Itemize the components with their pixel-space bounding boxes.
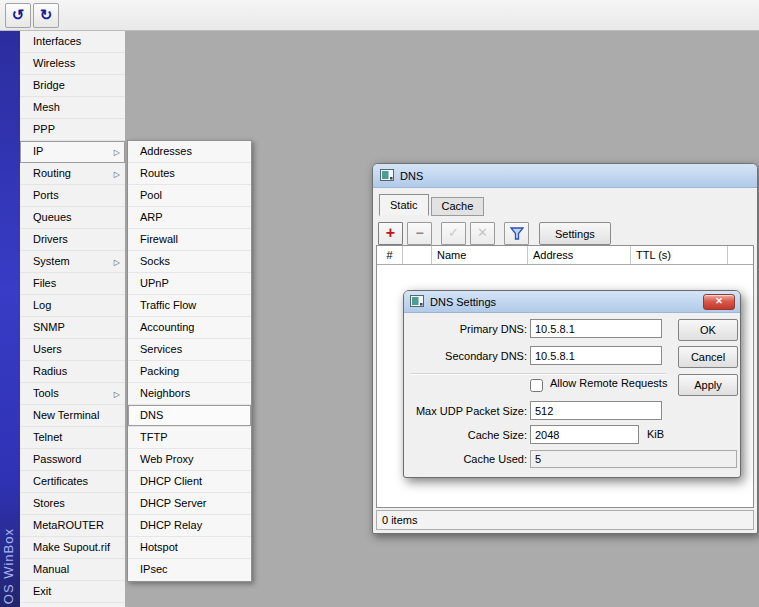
- tab-cache[interactable]: Cache: [431, 197, 485, 216]
- allow-remote-requests-label: Allow Remote Requests: [550, 374, 667, 393]
- add-button[interactable]: +: [378, 222, 403, 245]
- dns-window-titlebar[interactable]: DNS: [373, 164, 757, 188]
- winbox-app: ↺ ↻ OS WinBox Interfaces Wireless Bridge…: [0, 0, 759, 607]
- window-icon: [380, 169, 394, 181]
- top-toolbar: ↺ ↻: [0, 0, 759, 31]
- submenu-item-neighbors[interactable]: Neighbors: [128, 383, 251, 405]
- submenu-arrow-icon: ▷: [114, 252, 120, 273]
- redo-button[interactable]: ↻: [33, 3, 59, 28]
- cross-icon: ✕: [477, 225, 488, 240]
- max-udp-packet-size-input[interactable]: [530, 401, 662, 420]
- submenu-item-upnp[interactable]: UPnP: [128, 273, 251, 295]
- close-button[interactable]: ✕: [703, 294, 735, 310]
- submenu-item-addresses[interactable]: Addresses: [128, 141, 251, 163]
- cache-used-value: [530, 450, 737, 468]
- sidebar-item-bridge[interactable]: Bridge: [20, 75, 125, 97]
- sidebar-item-telnet[interactable]: Telnet: [20, 427, 125, 449]
- dns-table-header: # Name Address TTL (s): [377, 246, 753, 265]
- submenu-item-routes[interactable]: Routes: [128, 163, 251, 185]
- undo-button[interactable]: ↺: [5, 3, 31, 28]
- secondary-dns-input[interactable]: [530, 346, 662, 365]
- submenu-arrow-icon: ▷: [114, 384, 120, 405]
- primary-dns-input[interactable]: [530, 319, 662, 338]
- sidebar-item-users[interactable]: Users: [20, 339, 125, 361]
- primary-dns-label: Primary DNS:: [408, 320, 527, 339]
- sidebar-item-drivers[interactable]: Drivers: [20, 229, 125, 251]
- submenu-item-ipsec[interactable]: IPsec: [128, 559, 251, 581]
- submenu-item-dhcp-client[interactable]: DHCP Client: [128, 471, 251, 493]
- column-header-name[interactable]: Name: [432, 246, 528, 264]
- cancel-button[interactable]: Cancel: [678, 346, 738, 368]
- submenu-item-firewall[interactable]: Firewall: [128, 229, 251, 251]
- ok-button[interactable]: OK: [678, 319, 738, 341]
- sidebar-item-mesh[interactable]: Mesh: [20, 97, 125, 119]
- allow-remote-requests-checkbox[interactable]: [530, 379, 543, 392]
- sidebar-menu: Interfaces Wireless Bridge Mesh PPP IP▷ …: [20, 31, 126, 607]
- apply-button[interactable]: Apply: [678, 374, 738, 396]
- dns-tabs: Static Cache: [379, 194, 484, 216]
- undo-icon: ↺: [12, 6, 25, 23]
- plus-icon: +: [386, 224, 395, 241]
- sidebar-item-stores[interactable]: Stores: [20, 493, 125, 515]
- submenu-arrow-icon: ▷: [114, 142, 120, 163]
- sidebar-item-metarouter[interactable]: MetaROUTER: [20, 515, 125, 537]
- submenu-item-tftp[interactable]: TFTP: [128, 427, 251, 449]
- sidebar-item-new-terminal[interactable]: New Terminal: [20, 405, 125, 427]
- submenu-item-packing[interactable]: Packing: [128, 361, 251, 383]
- filter-button[interactable]: [504, 222, 529, 245]
- sidebar-item-log[interactable]: Log: [20, 295, 125, 317]
- dns-window-title: DNS: [400, 164, 423, 188]
- sidebar-item-snmp[interactable]: SNMP: [20, 317, 125, 339]
- submenu-item-dns[interactable]: DNS: [128, 405, 251, 427]
- column-header-flags[interactable]: [403, 246, 432, 264]
- checkmark-icon: ✓: [448, 225, 459, 240]
- submenu-item-web-proxy[interactable]: Web Proxy: [128, 449, 251, 471]
- submenu-item-hotspot[interactable]: Hotspot: [128, 537, 251, 559]
- column-header-address[interactable]: Address: [528, 246, 631, 264]
- submenu-item-traffic-flow[interactable]: Traffic Flow: [128, 295, 251, 317]
- dns-settings-titlebar[interactable]: DNS Settings ✕: [404, 291, 740, 313]
- ip-submenu: Addresses Routes Pool ARP Firewall Socks…: [127, 140, 252, 582]
- settings-button[interactable]: Settings: [539, 222, 611, 245]
- submenu-item-dhcp-server[interactable]: DHCP Server: [128, 493, 251, 515]
- enable-button[interactable]: ✓: [441, 222, 466, 245]
- remove-button[interactable]: −: [407, 222, 432, 245]
- sidebar-item-password[interactable]: Password: [20, 449, 125, 471]
- submenu-item-dhcp-relay[interactable]: DHCP Relay: [128, 515, 251, 537]
- sidebar-item-radius[interactable]: Radius: [20, 361, 125, 383]
- sidebar-item-ppp[interactable]: PPP: [20, 119, 125, 141]
- cache-size-label: Cache Size:: [408, 426, 527, 445]
- sidebar-item-files[interactable]: Files: [20, 273, 125, 295]
- tab-static[interactable]: Static: [379, 194, 429, 216]
- sidebar-item-tools[interactable]: Tools▷: [20, 383, 125, 405]
- submenu-item-accounting[interactable]: Accounting: [128, 317, 251, 339]
- sidebar-item-interfaces[interactable]: Interfaces: [20, 31, 125, 53]
- sidebar-item-ports[interactable]: Ports: [20, 185, 125, 207]
- status-bar: 0 items: [376, 510, 754, 530]
- cache-size-input[interactable]: [530, 425, 639, 444]
- redo-icon: ↻: [40, 6, 53, 23]
- cache-size-unit: KiB: [647, 425, 664, 444]
- sidebar-item-queues[interactable]: Queues: [20, 207, 125, 229]
- sidebar-item-certificates[interactable]: Certificates: [20, 471, 125, 493]
- column-header-ttl[interactable]: TTL (s): [631, 246, 728, 264]
- sidebar-item-make-supout[interactable]: Make Supout.rif: [20, 537, 125, 559]
- submenu-item-pool[interactable]: Pool: [128, 185, 251, 207]
- submenu-item-services[interactable]: Services: [128, 339, 251, 361]
- close-icon: ✕: [715, 296, 723, 306]
- dns-settings-dialog: DNS Settings ✕ Primary DNS: OK Secondary…: [403, 290, 741, 478]
- column-header-extra[interactable]: [728, 246, 753, 264]
- sidebar-item-exit[interactable]: Exit: [20, 581, 125, 603]
- sidebar-item-wireless[interactable]: Wireless: [20, 53, 125, 75]
- sidebar-item-manual[interactable]: Manual: [20, 559, 125, 581]
- disable-button[interactable]: ✕: [470, 222, 495, 245]
- submenu-item-socks[interactable]: Socks: [128, 251, 251, 273]
- sidebar-item-ip[interactable]: IP▷: [20, 141, 125, 163]
- sidebar-item-system[interactable]: System▷: [20, 251, 125, 273]
- cache-used-label: Cache Used:: [408, 450, 527, 469]
- submenu-item-arp[interactable]: ARP: [128, 207, 251, 229]
- sidebar-item-routing[interactable]: Routing▷: [20, 163, 125, 185]
- brand-strip: OS WinBox: [0, 31, 20, 607]
- submenu-arrow-icon: ▷: [114, 164, 120, 185]
- column-header-number[interactable]: #: [377, 246, 403, 264]
